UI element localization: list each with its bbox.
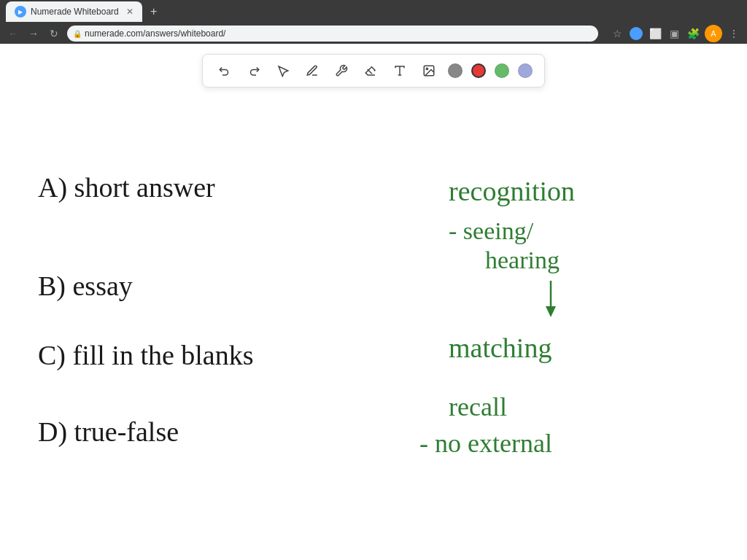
browser-actions: ☆ ⬜ ▣ 🧩 A ⋮ [610,25,741,42]
pen-tool-button[interactable] [302,61,322,81]
screenshot-button[interactable]: ▣ [667,26,681,41]
item-b-label: B) essay [38,271,133,302]
tab-favicon [15,6,26,18]
forward-button[interactable]: → [26,28,41,39]
tab-bar: Numerade Whiteboard ✕ + [0,0,747,23]
item-no-external: - no external [419,429,552,458]
select-tool-button[interactable] [273,61,293,81]
whiteboard-container[interactable]: A) short answer B) essay C) fill in the … [0,44,747,560]
url-text: numerade.com/answers/whiteboard/ [85,28,225,39]
active-tab[interactable]: Numerade Whiteboard ✕ [6,1,142,22]
undo-button[interactable] [214,61,235,81]
toolbar [202,54,545,88]
eraser-tool-button[interactable] [360,61,381,81]
reload-button[interactable]: ↻ [47,28,61,39]
user-avatar[interactable]: A [705,25,722,42]
url-bar[interactable]: 🔒 numerade.com/answers/whiteboard/ [67,26,598,42]
svg-point-3 [426,68,427,69]
item-c-label: C) fill in the blanks [38,340,254,371]
item-recall: recall [449,392,507,421]
item-a-label: A) short answer [38,172,215,203]
color-bluegray[interactable] [518,63,533,78]
color-red[interactable] [471,63,486,78]
text-tool-button[interactable] [390,61,410,81]
item-hearing: hearing [485,246,560,273]
new-tab-button[interactable]: + [145,3,163,20]
item-d-label: D) true-false [38,416,179,448]
redo-button[interactable] [244,61,264,81]
tab-title: Numerade Whiteboard [31,7,119,17]
item-recognition: recognition [449,176,575,206]
tools-button[interactable] [331,61,352,81]
svg-rect-4 [0,44,747,560]
color-gray[interactable] [448,63,462,78]
item-seeing: - seeing/ [449,217,534,244]
extensions-button[interactable]: 🧩 [686,26,700,41]
back-button[interactable]: ← [6,28,20,39]
address-bar: ← → ↻ 🔒 numerade.com/answers/whiteboard/… [0,23,747,44]
browser-chrome: Numerade Whiteboard ✕ + ← → ↻ 🔒 numerade… [0,0,747,44]
tab-close-button[interactable]: ✕ [126,7,133,17]
lock-icon: 🔒 [73,30,82,38]
menu-button[interactable]: ⋮ [727,26,741,41]
color-green[interactable] [495,63,509,78]
bookmark-button[interactable]: ☆ [610,26,624,41]
profile-icon[interactable] [629,26,643,41]
cast-button[interactable]: ⬜ [648,26,662,41]
item-matching: matching [449,332,551,363]
image-tool-button[interactable] [419,61,439,81]
whiteboard-canvas[interactable]: A) short answer B) essay C) fill in the … [0,44,747,560]
